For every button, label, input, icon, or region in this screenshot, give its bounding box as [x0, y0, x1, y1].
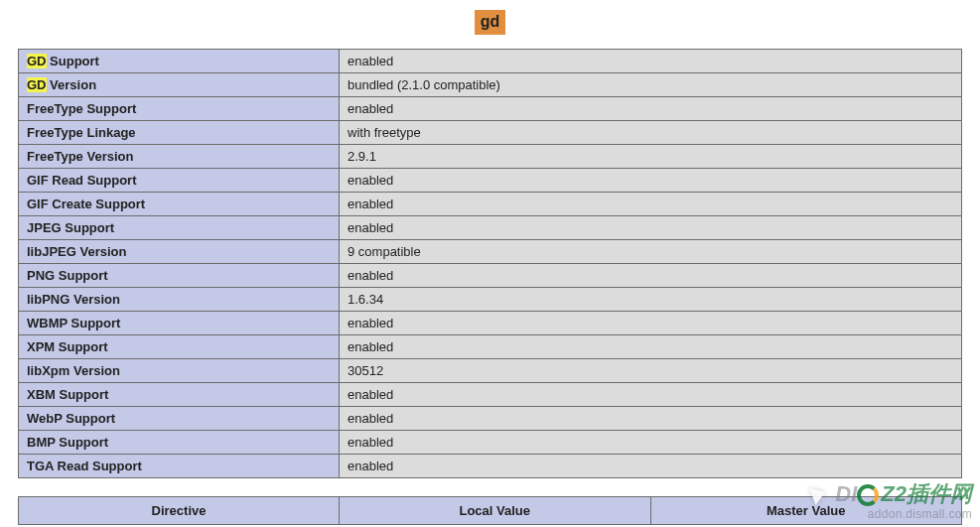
config-key: libJPEG Version: [19, 239, 340, 263]
config-key: WebP Support: [19, 406, 340, 430]
config-key-text: GIF Create Support: [27, 197, 145, 211]
config-key: FreeType Linkage: [19, 120, 340, 144]
config-value: 30512: [340, 358, 962, 382]
config-key-text: JPEG Support: [27, 220, 114, 235]
table-row: XBM Supportenabled: [19, 382, 962, 406]
config-value: enabled: [340, 406, 962, 430]
table-row: TGA Read Supportenabled: [19, 454, 962, 477]
table-row: FreeType Version2.9.1: [19, 144, 962, 168]
config-value: enabled: [340, 454, 962, 477]
config-key-text: FreeType Support: [27, 101, 136, 116]
config-key: PNG Support: [19, 263, 340, 287]
highlight: GD: [27, 77, 47, 92]
config-value: enabled: [340, 192, 962, 215]
section-heading-row: gd: [18, 10, 962, 35]
config-key-text: XBM Support: [27, 387, 108, 402]
directive-table: Directive Local Value Master Value: [18, 496, 962, 525]
config-value: 1.6.34: [340, 287, 962, 311]
directive-header-directive: Directive: [19, 496, 340, 524]
config-key: FreeType Version: [19, 144, 340, 168]
config-key-text: Version: [47, 77, 97, 92]
config-key-text: libXpm Version: [27, 363, 120, 378]
config-key: libXpm Version: [19, 358, 340, 382]
table-row: GD Versionbundled (2.1.0 compatible): [19, 72, 962, 96]
directive-header-row: Directive Local Value Master Value: [19, 496, 962, 524]
config-key: JPEG Support: [19, 215, 340, 239]
config-key-text: WebP Support: [27, 411, 115, 426]
table-row: XPM Supportenabled: [19, 334, 962, 358]
config-value: enabled: [340, 49, 962, 72]
config-value: bundled (2.1.0 compatible): [340, 72, 962, 96]
config-key-text: TGA Read Support: [27, 459, 142, 473]
config-key: XPM Support: [19, 334, 340, 358]
table-row: libXpm Version30512: [19, 358, 962, 382]
table-row: GIF Read Supportenabled: [19, 168, 962, 192]
config-key-text: XPM Support: [27, 339, 108, 354]
config-value: enabled: [340, 334, 962, 358]
config-key: TGA Read Support: [19, 454, 340, 477]
config-key-text: FreeType Linkage: [27, 125, 136, 140]
config-key: GD Support: [19, 49, 340, 72]
config-value: enabled: [340, 168, 962, 192]
table-row: PNG Supportenabled: [19, 263, 962, 287]
highlight: GD: [27, 54, 47, 68]
config-value: enabled: [340, 382, 962, 406]
section-heading: gd: [475, 10, 506, 35]
table-row: WBMP Supportenabled: [19, 311, 962, 334]
config-key: FreeType Support: [19, 96, 340, 120]
config-key-text: libJPEG Version: [27, 244, 126, 259]
table-row: FreeType Linkagewith freetype: [19, 120, 962, 144]
config-value: enabled: [340, 311, 962, 334]
config-key-text: WBMP Support: [27, 316, 120, 330]
config-key-text: FreeType Version: [27, 149, 133, 164]
config-key: GIF Create Support: [19, 192, 340, 215]
config-value: enabled: [340, 96, 962, 120]
table-row: libPNG Version1.6.34: [19, 287, 962, 311]
directive-header-local: Local Value: [340, 496, 651, 524]
config-key-text: PNG Support: [27, 268, 108, 283]
config-key-text: Support: [47, 54, 99, 68]
gd-info-table: GD SupportenabledGD Versionbundled (2.1.…: [18, 49, 962, 478]
table-row: GIF Create Supportenabled: [19, 192, 962, 215]
table-row: FreeType Supportenabled: [19, 96, 962, 120]
config-value: enabled: [340, 430, 962, 454]
table-row: GD Supportenabled: [19, 49, 962, 72]
config-value: 9 compatible: [340, 239, 962, 263]
table-row: JPEG Supportenabled: [19, 215, 962, 239]
table-row: libJPEG Version9 compatible: [19, 239, 962, 263]
config-key-text: BMP Support: [27, 435, 108, 450]
table-row: BMP Supportenabled: [19, 430, 962, 454]
config-key: WBMP Support: [19, 311, 340, 334]
config-key-text: libPNG Version: [27, 292, 120, 307]
directive-header-master: Master Value: [650, 496, 962, 524]
config-key: XBM Support: [19, 382, 340, 406]
config-key-text: GIF Read Support: [27, 173, 137, 188]
config-key: BMP Support: [19, 430, 340, 454]
config-key: GIF Read Support: [19, 168, 340, 192]
config-key: libPNG Version: [19, 287, 340, 311]
config-value: enabled: [340, 263, 962, 287]
table-row: WebP Supportenabled: [19, 406, 962, 430]
config-value: 2.9.1: [340, 144, 962, 168]
config-value: with freetype: [340, 120, 962, 144]
config-value: enabled: [340, 215, 962, 239]
config-key: GD Version: [19, 72, 340, 96]
